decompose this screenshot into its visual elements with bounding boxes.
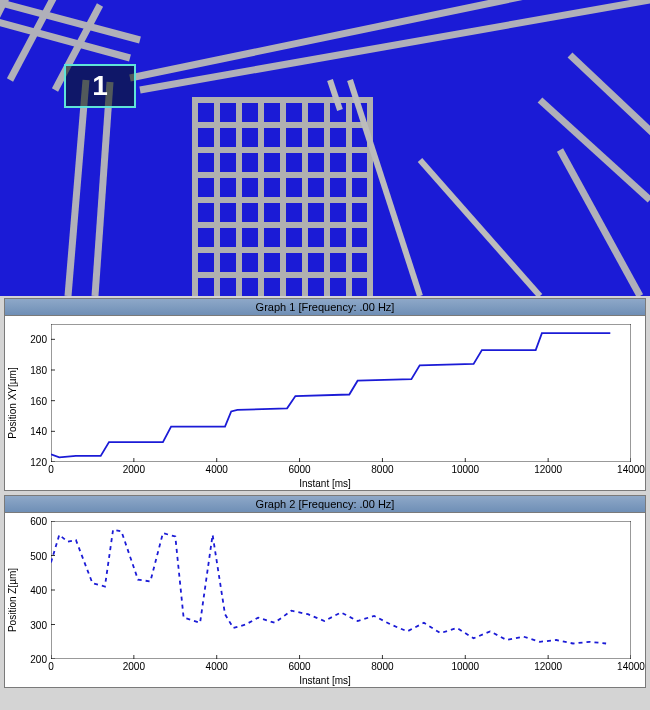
xtick: 8000 xyxy=(371,464,393,475)
xtick: 12000 xyxy=(534,661,562,672)
svg-line-5 xyxy=(140,0,650,90)
xtick: 4000 xyxy=(206,661,228,672)
graph-2-yticks: 200300400500600 xyxy=(27,521,49,659)
svg-line-10 xyxy=(68,80,86,296)
xtick: 2000 xyxy=(123,661,145,672)
svg-line-29 xyxy=(420,160,540,296)
graph-2-plot[interactable]: Position Z[µm] 200300400500600 020004000… xyxy=(5,513,645,687)
graph-2-xlabel: Instant [ms] xyxy=(299,675,351,686)
svg-line-11 xyxy=(95,82,110,296)
ytick: 400 xyxy=(25,585,47,596)
svg-line-28 xyxy=(350,80,420,296)
graph-1-xlabel: Instant [ms] xyxy=(299,478,351,489)
graph-2-panel: Graph 2 [Frequency: .00 Hz] Position Z[µ… xyxy=(4,495,646,688)
graph-1-title: Graph 1 [Frequency: .00 Hz] xyxy=(5,299,645,316)
ytick: 140 xyxy=(25,426,47,437)
ytick: 200 xyxy=(25,334,47,345)
graph-1-plot[interactable]: Position XY[µm] 120140160180200 02000400… xyxy=(5,316,645,490)
ytick: 160 xyxy=(25,395,47,406)
graph-1-panel: Graph 1 [Frequency: .00 Hz] Position XY[… xyxy=(4,298,646,491)
svg-line-2 xyxy=(0,0,10,70)
graph-2-xticks: 02000400060008000100001200014000 xyxy=(51,661,631,673)
ytick: 200 xyxy=(25,654,47,665)
ytick: 600 xyxy=(25,516,47,527)
marker-label: 1 xyxy=(92,70,108,102)
xtick: 14000 xyxy=(617,661,645,672)
svg-line-0 xyxy=(0,0,140,40)
image-viewport[interactable]: 1 xyxy=(0,0,650,296)
ytick: 180 xyxy=(25,365,47,376)
graph-1-ylabel: Position XY[µm] xyxy=(7,367,18,438)
ytick: 500 xyxy=(25,550,47,561)
graph-2-ylabel: Position Z[µm] xyxy=(7,568,18,632)
xtick: 8000 xyxy=(371,661,393,672)
graph-1-xticks: 02000400060008000100001200014000 xyxy=(51,464,631,476)
xtick: 6000 xyxy=(288,464,310,475)
xtick: 2000 xyxy=(123,464,145,475)
graph-2-axes xyxy=(51,521,631,659)
xtick: 10000 xyxy=(451,464,479,475)
ytick: 300 xyxy=(25,619,47,630)
xtick: 14000 xyxy=(617,464,645,475)
graph-1-axes xyxy=(51,324,631,462)
svg-line-1 xyxy=(0,20,130,58)
xtick: 12000 xyxy=(534,464,562,475)
svg-line-9 xyxy=(560,150,640,296)
tracking-marker-1[interactable]: 1 xyxy=(64,64,136,108)
ytick: 120 xyxy=(25,457,47,468)
scene-geometry xyxy=(0,0,650,296)
xtick: 4000 xyxy=(206,464,228,475)
svg-line-27 xyxy=(330,80,340,110)
svg-rect-44 xyxy=(51,521,631,659)
xtick: 6000 xyxy=(288,661,310,672)
graph-2-title: Graph 2 [Frequency: .00 Hz] xyxy=(5,496,645,513)
xtick: 0 xyxy=(48,661,54,672)
xtick: 0 xyxy=(48,464,54,475)
graph-1-yticks: 120140160180200 xyxy=(27,324,49,462)
xtick: 10000 xyxy=(451,661,479,672)
svg-line-7 xyxy=(570,55,650,140)
